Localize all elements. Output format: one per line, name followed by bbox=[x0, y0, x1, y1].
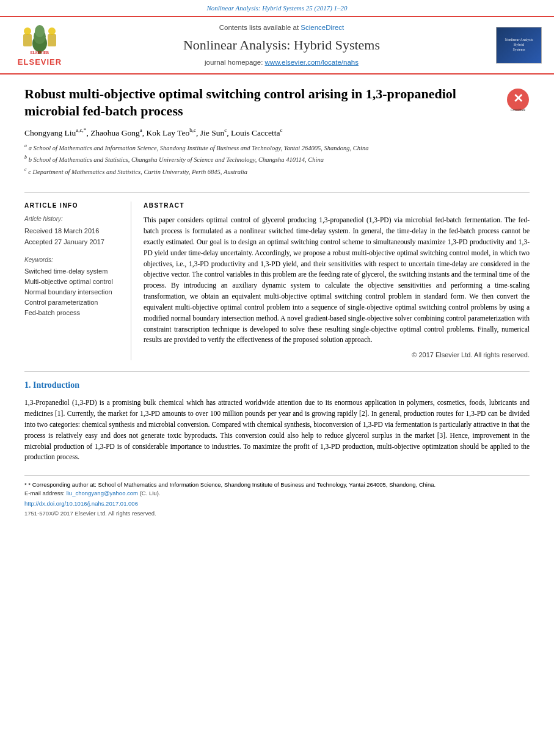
crossmark-icon: ✕ CrossMark bbox=[506, 88, 530, 111]
svg-text:CrossMark: CrossMark bbox=[511, 108, 526, 111]
contents-line: Contents lists available at ScienceDirec… bbox=[77, 23, 486, 33]
author-chongyang: Chongyang Liu bbox=[24, 128, 76, 137]
page: Nonlinear Analysis: Hybrid Systems 25 (2… bbox=[0, 0, 554, 756]
homepage-link[interactable]: www.elsevier.com/locate/nahs bbox=[265, 59, 359, 66]
journal-logo-box: Nonlinear Analysis Hybrid Systems bbox=[496, 27, 542, 64]
author-zhaohua: Zhaohua Gong bbox=[90, 128, 140, 137]
copyright-line: © 2017 Elsevier Ltd. All rights reserved… bbox=[144, 351, 530, 360]
abstract-text: This paper considers optimal control of … bbox=[144, 215, 530, 346]
keyword-3: Normal boundary intersection bbox=[24, 288, 122, 297]
elsevier-brand-text: ELSEVIER bbox=[18, 57, 62, 68]
journal-title-header: Nonlinear Analysis: Hybrid Systems bbox=[77, 35, 486, 55]
keyword-2: Multi-objective optimal control bbox=[24, 277, 122, 287]
author-louis: Louis Caccetta bbox=[231, 128, 280, 137]
email-footnote: E-mail address: liu_chongyang@yahoo.com … bbox=[24, 489, 530, 498]
issn-line: 1751-570X/© 2017 Elsevier Ltd. All right… bbox=[24, 509, 530, 518]
main-content: Robust multi-objective optimal switching… bbox=[0, 75, 554, 536]
email-link[interactable]: liu_chongyang@yahoo.com bbox=[67, 490, 140, 496]
elsevier-tree-icon: ELSEVIER bbox=[18, 22, 61, 56]
doi-link[interactable]: http://dx.doi.org/10.1016/j.nahs.2017.01… bbox=[24, 500, 138, 507]
abstract-label: ABSTRACT bbox=[144, 202, 530, 211]
keywords-label: Keywords: bbox=[24, 256, 122, 265]
journal-ref: Nonlinear Analysis: Hybrid Systems 25 (2… bbox=[206, 4, 347, 12]
affiliation-a: a a School of Mathematics and Informatio… bbox=[24, 142, 497, 153]
abstract-column: ABSTRACT This paper considers optimal co… bbox=[144, 202, 530, 360]
affiliation-c: c c Department of Mathematics and Statis… bbox=[24, 166, 497, 177]
history-label: Article history: bbox=[24, 215, 122, 224]
header-center: Contents lists available at ScienceDirec… bbox=[77, 23, 486, 67]
affiliation-b: b b School of Mathematics and Statistics… bbox=[24, 154, 497, 165]
star-footnote: * * Corresponding author at: School of M… bbox=[24, 481, 530, 489]
keyword-1: Switched time-delay system bbox=[24, 267, 122, 277]
publisher-header: ELSEVIER ELSEVIER Contents lists availab… bbox=[0, 16, 554, 75]
crossmark-logo: ✕ CrossMark bbox=[506, 88, 530, 115]
svg-text:✕: ✕ bbox=[513, 92, 523, 105]
svg-text:ELSEVIER: ELSEVIER bbox=[31, 51, 49, 54]
authors-line: Chongyang Liua,c,*, Zhaohua Gonga, Kok L… bbox=[24, 126, 497, 139]
journal-homepage: journal homepage: www.elsevier.com/locat… bbox=[77, 57, 486, 68]
article-title-section: Robust multi-objective optimal switching… bbox=[24, 85, 530, 183]
affiliations: a a School of Mathematics and Informatio… bbox=[24, 142, 497, 177]
svg-rect-5 bbox=[23, 34, 32, 46]
received-date: Received 18 March 2016 bbox=[24, 227, 122, 236]
keyword-5: Fed-batch process bbox=[24, 308, 122, 318]
article-info-column: ARTICLE INFO Article history: Received 1… bbox=[24, 202, 131, 360]
author-koklay: Kok Lay Teo bbox=[146, 128, 189, 137]
article-title: Robust multi-objective optimal switching… bbox=[24, 85, 497, 120]
top-journal-bar: Nonlinear Analysis: Hybrid Systems 25 (2… bbox=[0, 0, 554, 16]
article-title-text: Robust multi-objective optimal switching… bbox=[24, 85, 497, 178]
elsevier-logo: ELSEVIER ELSEVIER bbox=[12, 22, 67, 68]
svg-point-3 bbox=[35, 25, 45, 37]
introduction-text: 1,3-Propanediol (1,3-PD) is a promising … bbox=[24, 398, 530, 463]
svg-point-8 bbox=[48, 27, 56, 35]
keywords-section: Keywords: Switched time-delay system Mul… bbox=[24, 256, 122, 318]
svg-point-7 bbox=[24, 27, 31, 35]
svg-rect-6 bbox=[48, 34, 56, 46]
accepted-date: Accepted 27 January 2017 bbox=[24, 238, 122, 247]
section-title: 1. Introduction bbox=[24, 379, 530, 391]
article-info-label: ARTICLE INFO bbox=[24, 202, 122, 211]
keyword-4: Control parameterization bbox=[24, 298, 122, 308]
doi-line: http://dx.doi.org/10.1016/j.nahs.2017.01… bbox=[24, 500, 530, 508]
footer-section: * * Corresponding author at: School of M… bbox=[24, 475, 530, 523]
introduction-section: 1. Introduction 1,3-Propanediol (1,3-PD)… bbox=[24, 371, 530, 463]
author-jie: Jie Sun bbox=[200, 128, 224, 137]
two-col-section: ARTICLE INFO Article history: Received 1… bbox=[24, 192, 530, 360]
email-label: E-mail address: bbox=[24, 490, 65, 496]
sciencedirect-link[interactable]: ScienceDirect bbox=[301, 24, 344, 31]
